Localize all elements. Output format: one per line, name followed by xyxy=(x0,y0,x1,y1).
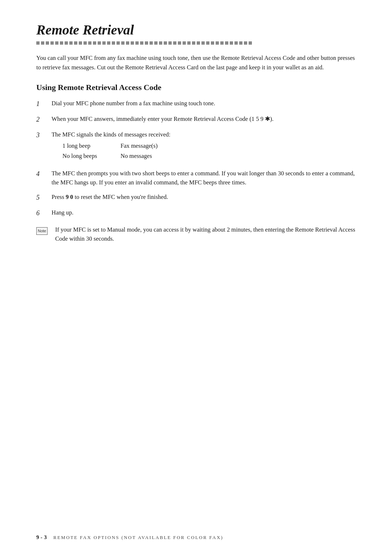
divider-dot xyxy=(206,41,209,45)
steps-list: 1Dial your MFC phone number from a fax m… xyxy=(36,99,356,218)
divider-dot xyxy=(159,41,162,45)
signal-row: 1 long beepFax message(s) xyxy=(62,141,158,151)
note-icon: Note xyxy=(36,226,55,235)
step-content: Hang up. xyxy=(52,208,356,217)
note-content: If your MFC is set to Manual mode, you c… xyxy=(55,225,356,244)
divider-dot xyxy=(211,41,214,45)
step-content: The MFC then prompts you with two short … xyxy=(52,169,356,187)
signal-meaning: Fax message(s) xyxy=(121,141,158,151)
divider-dot xyxy=(164,41,167,45)
signal-table: 1 long beepFax message(s)No long beepsNo… xyxy=(62,141,158,161)
divider-dot xyxy=(107,41,110,45)
divider-dot xyxy=(121,41,124,45)
step-bold-text: 9 0 xyxy=(66,193,73,200)
divider-dot xyxy=(83,41,87,45)
step-content: When your MFC answers, immediately enter… xyxy=(52,114,356,124)
step-number: 4 xyxy=(36,169,52,179)
step-number: 6 xyxy=(36,208,52,219)
step-item: 6Hang up. xyxy=(36,208,356,219)
divider-dots xyxy=(36,41,356,45)
divider-dot xyxy=(140,41,143,45)
step-text: Hang up. xyxy=(52,209,74,216)
divider-dot xyxy=(197,41,200,45)
step-text-before: Press xyxy=(52,193,66,200)
divider-dot xyxy=(55,41,58,45)
divider-dot xyxy=(216,41,219,45)
divider-dot xyxy=(131,41,134,45)
divider-dot xyxy=(50,41,54,45)
divider-dot xyxy=(178,41,181,45)
divider-dot xyxy=(192,41,195,45)
divider-dot xyxy=(135,41,139,45)
step-item: 1Dial your MFC phone number from a fax m… xyxy=(36,99,356,109)
divider-dot xyxy=(69,41,73,45)
divider-dot xyxy=(145,41,148,45)
divider-dot xyxy=(93,41,96,45)
step-text-after: to reset the MFC when you're finished. xyxy=(73,193,168,200)
divider-dot xyxy=(187,41,191,45)
divider-dot xyxy=(220,41,224,45)
divider-dot xyxy=(183,41,186,45)
divider-dot xyxy=(46,41,49,45)
divider-dot xyxy=(60,41,63,45)
divider-dot xyxy=(98,41,101,45)
signal-type: No long beeps xyxy=(62,151,121,161)
divider-dot xyxy=(112,41,115,45)
step-item: 2When your MFC answers, immediately ente… xyxy=(36,114,356,125)
step-text: Dial your MFC phone number from a fax ma… xyxy=(52,100,215,107)
divider-dot xyxy=(150,41,153,45)
divider-dot xyxy=(154,41,158,45)
footer-chapter-label: REMOTE FAX OPTIONS (NOT AVAILABLE FOR CO… xyxy=(53,535,223,540)
divider-dot xyxy=(230,41,233,45)
footer-page-number: 9 - 3 xyxy=(36,534,47,540)
signal-type: 1 long beep xyxy=(62,141,121,151)
divider-dot xyxy=(239,41,242,45)
intro-text: You can call your MFC from any fax machi… xyxy=(36,53,356,72)
divider-dot xyxy=(249,41,252,45)
page: Remote Retrieval You can call your MFC f… xyxy=(0,0,392,555)
page-title: Remote Retrieval xyxy=(36,22,356,38)
divider-dot xyxy=(88,41,91,45)
divider-dot xyxy=(225,41,228,45)
step-item: 5Press 9 0 to reset the MFC when you're … xyxy=(36,192,356,203)
step-content: Dial your MFC phone number from a fax ma… xyxy=(52,99,356,108)
divider-dot xyxy=(41,41,44,45)
divider-dot xyxy=(168,41,172,45)
step-number: 5 xyxy=(36,192,52,203)
section-heading: Using Remote Retrieval Access Code xyxy=(36,83,356,92)
signal-row: No long beepsNo messages xyxy=(62,151,158,161)
step-text: The MFC then prompts you with two short … xyxy=(52,170,355,186)
page-footer: 9 - 3 REMOTE FAX OPTIONS (NOT AVAILABLE … xyxy=(36,534,356,540)
divider-dot xyxy=(201,41,205,45)
note-badge: Note xyxy=(36,227,48,235)
signal-meaning: No messages xyxy=(121,151,152,161)
step-number: 3 xyxy=(36,130,52,140)
divider-dot xyxy=(126,41,129,45)
divider-dot xyxy=(102,41,106,45)
divider-dot xyxy=(79,41,82,45)
step-content: The MFC signals the kinds of messages re… xyxy=(52,130,356,164)
step-text: The MFC signals the kinds of messages re… xyxy=(52,131,171,138)
divider-dot xyxy=(74,41,77,45)
step-text: When your MFC answers, immediately enter… xyxy=(52,115,274,122)
divider-dot xyxy=(244,41,247,45)
step-number: 1 xyxy=(36,99,52,109)
step-content: Press 9 0 to reset the MFC when you're f… xyxy=(52,192,356,202)
note-block: Note If your MFC is set to Manual mode, … xyxy=(36,225,356,244)
divider-dot xyxy=(65,41,68,45)
divider-dot xyxy=(234,41,238,45)
divider-dot xyxy=(173,41,176,45)
step-number: 2 xyxy=(36,114,52,125)
step-item: 4The MFC then prompts you with two short… xyxy=(36,169,356,187)
divider-dot xyxy=(36,41,40,45)
step-item: 3The MFC signals the kinds of messages r… xyxy=(36,130,356,164)
divider-dot xyxy=(117,41,120,45)
